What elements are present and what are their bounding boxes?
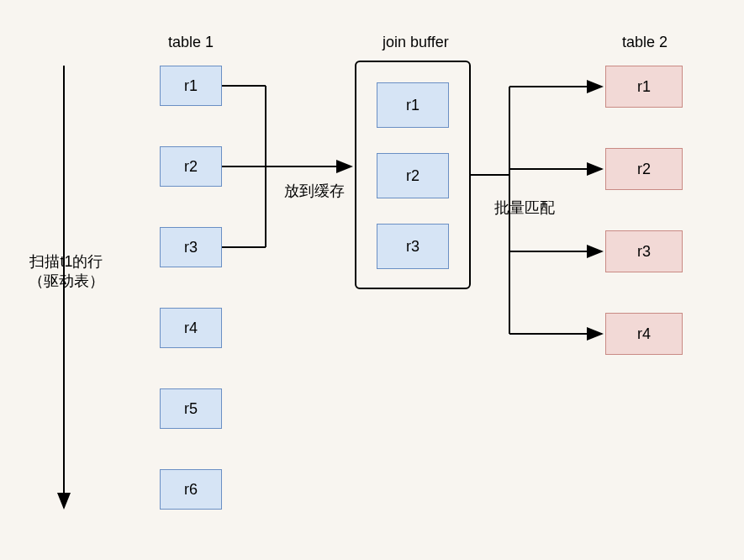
table1-header: table 1 [168,34,214,51]
table2-row-r3: r3 [605,230,683,272]
table2-header: table 2 [622,34,667,51]
table1-row-r2: r2 [160,146,222,187]
table2-row-r2: r2 [605,148,683,190]
table1-row-r4: r4 [160,308,222,348]
batch-match-label: 批量匹配 [494,198,555,218]
scan-description: 扫描t1的行 （驱动表） [20,252,113,292]
joinbuffer-header: join buffer [383,34,449,51]
table1-row-r5: r5 [160,388,222,429]
joinbuffer-row-r1: r1 [377,82,449,128]
joinbuffer-row-r3: r3 [377,224,449,269]
table2-row-r4: r4 [605,313,683,355]
table1-row-r1: r1 [160,66,222,106]
table2-row-r1: r1 [605,66,683,108]
table1-row-r6: r6 [160,469,222,510]
put-cache-label: 放到缓存 [284,181,345,201]
table1-row-r3: r3 [160,227,222,267]
joinbuffer-row-r2: r2 [377,153,449,198]
